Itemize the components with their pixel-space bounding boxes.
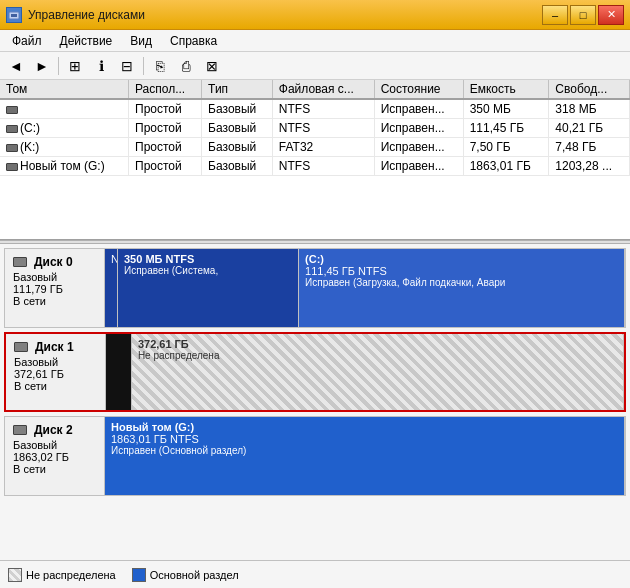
disk-status: В сети <box>13 463 96 475</box>
partition-p0_1[interactable]: NTFS <box>105 249 118 327</box>
close-button[interactable]: ✕ <box>598 5 624 25</box>
window-controls: – □ ✕ <box>542 5 624 25</box>
menu-file[interactable]: Файл <box>4 32 50 50</box>
toolbar-btn-2[interactable]: ℹ <box>89 55 113 77</box>
cell-type: Базовый <box>202 99 273 119</box>
cell-free: 318 МБ <box>549 99 630 119</box>
menu-view[interactable]: Вид <box>122 32 160 50</box>
partition-label: (C:) <box>305 253 618 265</box>
cell-free: 40,21 ГБ <box>549 119 630 138</box>
disk-status: В сети <box>14 380 97 392</box>
legend-icon-unallocated <box>8 568 22 582</box>
cell-type: Базовый <box>202 119 273 138</box>
disk-label-disk2: Диск 2Базовый1863,02 ГБВ сети <box>5 417 105 495</box>
partition-p1_1[interactable] <box>106 334 132 410</box>
disk-type: Базовый <box>13 439 96 451</box>
partition-status: Исправен (Система, <box>124 265 292 276</box>
partition-p1_2[interactable]: 372,61 ГБНе распределена <box>132 334 624 410</box>
toolbar-btn-1[interactable]: ⊞ <box>63 55 87 77</box>
disk-row-disk1[interactable]: Диск 1Базовый372,61 ГБВ сети372,61 ГБНе … <box>4 332 626 412</box>
back-button[interactable]: ◄ <box>4 55 28 77</box>
disk-name: Диск 2 <box>34 423 73 437</box>
svg-rect-1 <box>11 14 17 17</box>
cell-location: Простой <box>129 157 202 176</box>
disk-type: Базовый <box>14 356 97 368</box>
toolbar: ◄ ► ⊞ ℹ ⊟ ⎘ ⎙ ⊠ <box>0 52 630 80</box>
legend-label-unallocated: Не распределена <box>26 569 116 581</box>
disk-area[interactable]: Диск 0Базовый111,79 ГБВ сетиNTFS350 МБ N… <box>0 244 630 560</box>
cell-status: Исправен... <box>374 119 463 138</box>
toolbar-btn-4[interactable]: ⎘ <box>148 55 172 77</box>
title-bar: Управление дисками – □ ✕ <box>0 0 630 30</box>
disk-icon <box>6 144 18 152</box>
disk-type: Базовый <box>13 271 96 283</box>
col-capacity[interactable]: Емкость <box>463 80 549 99</box>
disk-icon <box>6 106 18 114</box>
cell-status: Исправен... <box>374 138 463 157</box>
partition-fs: 111,45 ГБ NTFS <box>305 265 618 277</box>
partition-status: Исправен (Основной раздел) <box>111 445 618 456</box>
col-type[interactable]: Тип <box>202 80 273 99</box>
cell-capacity: 1863,01 ГБ <box>463 157 549 176</box>
disk-name: Диск 1 <box>35 340 74 354</box>
main-content: Том Распол... Тип Файловая с... Состояни… <box>0 80 630 588</box>
cell-free: 1203,28 ... <box>549 157 630 176</box>
col-location[interactable]: Распол... <box>129 80 202 99</box>
cell-status: Исправен... <box>374 99 463 119</box>
toolbar-separator-1 <box>58 57 59 75</box>
toolbar-btn-6[interactable]: ⊠ <box>200 55 224 77</box>
col-fs[interactable]: Файловая с... <box>272 80 374 99</box>
disk-partitions-disk2: Новый том (G:)1863,01 ГБ NTFSИсправен (О… <box>105 417 625 495</box>
menu-action[interactable]: Действие <box>52 32 121 50</box>
table-row[interactable]: (C:)ПростойБазовыйNTFSИсправен...111,45 … <box>0 119 630 138</box>
app-icon <box>6 7 22 23</box>
cell-type: Базовый <box>202 138 273 157</box>
disk-label-disk1: Диск 1Базовый372,61 ГБВ сети <box>6 334 106 410</box>
cell-capacity: 111,45 ГБ <box>463 119 549 138</box>
cell-volume-name: (K:) <box>0 138 129 157</box>
cell-volume-name: Новый том (G:) <box>0 157 129 176</box>
toolbar-btn-3[interactable]: ⊟ <box>115 55 139 77</box>
partition-p0_3[interactable]: (C:)111,45 ГБ NTFSИсправен (Загрузка, Фа… <box>299 249 625 327</box>
cell-capacity: 350 МБ <box>463 99 549 119</box>
col-free[interactable]: Свобод... <box>549 80 630 99</box>
cell-volume-name <box>0 99 129 119</box>
disk-status: В сети <box>13 295 96 307</box>
legend-label-main: Основной раздел <box>150 569 239 581</box>
menu-help[interactable]: Справка <box>162 32 225 50</box>
title-bar-left: Управление дисками <box>6 7 145 23</box>
forward-button[interactable]: ► <box>30 55 54 77</box>
disk-label-disk0: Диск 0Базовый111,79 ГБВ сети <box>5 249 105 327</box>
window-title: Управление дисками <box>28 8 145 22</box>
cell-location: Простой <box>129 138 202 157</box>
partition-p2_1[interactable]: Новый том (G:)1863,01 ГБ NTFSИсправен (О… <box>105 417 625 495</box>
disk-icon <box>6 163 18 171</box>
disk-row-disk2[interactable]: Диск 2Базовый1863,02 ГБВ сетиНовый том (… <box>4 416 626 496</box>
minimize-button[interactable]: – <box>542 5 568 25</box>
partition-p0_2[interactable]: 350 МБ NTFSИсправен (Система, <box>118 249 299 327</box>
toolbar-btn-5[interactable]: ⎙ <box>174 55 198 77</box>
disk-drive-icon <box>13 425 27 435</box>
legend: Не распределена Основной раздел <box>0 560 630 588</box>
maximize-button[interactable]: □ <box>570 5 596 25</box>
table-row[interactable]: Новый том (G:)ПростойБазовыйNTFSИсправен… <box>0 157 630 176</box>
disk-icon <box>6 125 18 133</box>
disk-size: 111,79 ГБ <box>13 283 96 295</box>
partition-fs: 1863,01 ГБ NTFS <box>111 433 618 445</box>
toolbar-separator-2 <box>143 57 144 75</box>
cell-fs: NTFS <box>272 157 374 176</box>
partition-label: 372,61 ГБ <box>138 338 617 350</box>
disk-partitions-disk1: 372,61 ГБНе распределена <box>106 334 624 410</box>
legend-unallocated: Не распределена <box>8 568 116 582</box>
partition-label: 350 МБ NTFS <box>124 253 292 265</box>
disk-row-disk0[interactable]: Диск 0Базовый111,79 ГБВ сетиNTFS350 МБ N… <box>4 248 626 328</box>
cell-location: Простой <box>129 99 202 119</box>
partition-label: Новый том (G:) <box>111 421 618 433</box>
table-row[interactable]: (K:)ПростойБазовыйFAT32Исправен...7,50 Г… <box>0 138 630 157</box>
table-row[interactable]: ПростойБазовыйNTFSИсправен...350 МБ318 М… <box>0 99 630 119</box>
col-volume[interactable]: Том <box>0 80 129 99</box>
cell-free: 7,48 ГБ <box>549 138 630 157</box>
volume-table: Том Распол... Тип Файловая с... Состояни… <box>0 80 630 176</box>
volume-table-container[interactable]: Том Распол... Тип Файловая с... Состояни… <box>0 80 630 240</box>
col-status[interactable]: Состояние <box>374 80 463 99</box>
